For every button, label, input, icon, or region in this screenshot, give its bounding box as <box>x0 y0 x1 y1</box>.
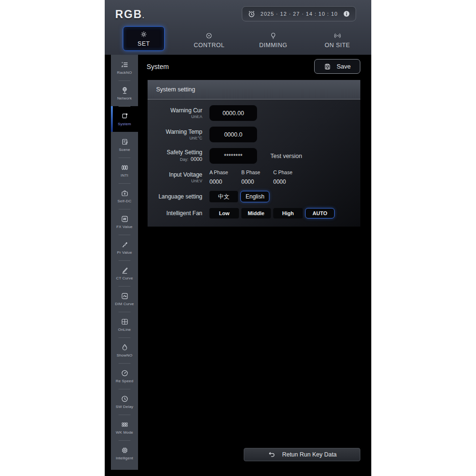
return-arrow-icon <box>268 451 276 459</box>
sidebar-item-prvalue[interactable]: Pr Value <box>111 235 138 260</box>
sidebar-item-rackno[interactable]: RackNO <box>111 55 138 80</box>
main-content: System Save System setting Warning Cur U… <box>138 55 371 476</box>
fan-low-button[interactable]: Low <box>209 208 239 218</box>
sidebar-item-label: Intelligent <box>116 456 133 460</box>
panel-title: System setting <box>148 80 360 99</box>
phase-a-value: 0000 <box>209 178 241 185</box>
sidebar-item-label: SW Delay <box>116 405 133 409</box>
language-english-button[interactable]: English <box>240 191 269 202</box>
scene-document-icon <box>120 138 129 146</box>
sidebar-item-label: RackNO <box>117 70 132 75</box>
fan-row: Intelligent Fan Low Middle High AUTO <box>148 208 360 218</box>
phase-b-value: 0000 <box>241 178 273 185</box>
sidebar-item-label: System <box>118 122 131 126</box>
prvalue-steps-icon <box>120 240 129 249</box>
panel-body: Warning Cur Unit:A Warning Temp Unit:°C <box>148 99 360 227</box>
sidebar-item-respeed[interactable]: Re Speed <box>111 363 138 389</box>
online-grid-icon <box>120 317 129 326</box>
warning-cur-row: Warning Cur Unit:A <box>148 105 360 121</box>
fan-high-button[interactable]: High <box>273 208 303 218</box>
showno-flame-icon <box>120 343 129 352</box>
selfdc-case-icon <box>120 189 129 198</box>
ctcurve-pen-icon <box>120 266 129 275</box>
sidebar-item-fxvalue[interactable]: FX Value <box>111 209 138 235</box>
sidebar-item-label: Pr Value <box>117 250 132 255</box>
sidebar-nav: RackNO Network System Scene <box>111 55 138 470</box>
network-globe-icon <box>120 86 129 95</box>
warning-cur-input[interactable] <box>209 105 257 121</box>
top-header: RGB. 2025 · 12 · 27 · 14 : 10 : 10 <box>105 0 371 55</box>
datetime-text: 2025 · 12 · 27 · 14 : 10 : 10 <box>256 11 343 17</box>
sidebar-item-showno[interactable]: ShowNO <box>111 337 138 363</box>
tab-onsite[interactable]: ON SITE <box>305 26 369 54</box>
sidebar-item-label: Network <box>117 96 132 100</box>
sidebar-item-label: ShowNO <box>117 353 132 357</box>
warning-cur-label: Warning Cur Unit:A <box>148 107 209 119</box>
phase-c: C Phase 0000 <box>273 169 305 185</box>
save-button-label: Save <box>337 63 351 70</box>
safety-setting-label: Safety Setting Day:0000 <box>148 149 209 163</box>
tab-label: DIMMING <box>259 42 287 49</box>
app-window: RGB. 2025 · 12 · 27 · 14 : 10 : 10 <box>105 0 371 476</box>
tab-label: CONTROL <box>194 42 225 49</box>
app-body: RackNO Network System Scene <box>105 55 371 476</box>
tab-control[interactable]: CONTROL <box>177 26 241 54</box>
swdelay-clock-icon <box>120 395 129 403</box>
language-chinese-button[interactable]: 中文 <box>209 191 238 202</box>
rgb-logo: RGB. <box>115 8 145 21</box>
gear-icon <box>140 30 148 38</box>
input-voltage-row: Input Voltage Unit:V A Phase 0000 B Phas… <box>148 169 360 185</box>
warning-temp-row: Warning Temp Unit:°C <box>148 127 360 142</box>
sidebar-item-intelligent[interactable]: Intelligent <box>111 440 138 466</box>
language-row: Language setting 中文 English <box>148 191 360 202</box>
sidebar-item-label: WK Mode <box>116 430 133 435</box>
sidebar-item-network[interactable]: Network <box>111 80 138 106</box>
safety-setting-input[interactable] <box>209 148 257 164</box>
sidebar-item-label: INTI <box>121 173 129 178</box>
return-button-label: Retun Run Key Data <box>282 451 337 458</box>
safety-setting-row: Safety Setting Day:0000 Test version <box>148 148 360 164</box>
sidebar-item-label: FX Value <box>117 225 133 229</box>
warning-temp-label: Warning Temp Unit:°C <box>148 129 209 141</box>
system-window-icon <box>120 112 129 120</box>
sidebar-item-scene[interactable]: Scene <box>111 132 138 158</box>
sidebar-item-wkmode[interactable]: WK Mode <box>111 415 138 440</box>
tab-dimming[interactable]: DIMMING <box>241 26 306 54</box>
sidebar-item-label: OnLine <box>118 327 131 332</box>
language-label: Language setting <box>148 193 209 200</box>
system-setting-panel: System setting Warning Cur Unit:A Warnin <box>148 80 360 227</box>
sidebar-item-ctcurve[interactable]: CT Curve <box>111 260 138 286</box>
phase-c-value: 0000 <box>273 178 305 185</box>
tab-label: SET <box>138 40 150 47</box>
test-version-text: Test version <box>270 153 302 159</box>
return-run-key-data-button[interactable]: Retun Run Key Data <box>244 448 360 461</box>
inti-cylinders-icon <box>120 163 129 172</box>
dimcurve-image-icon <box>120 292 129 300</box>
sidebar-item-online[interactable]: OnLine <box>111 312 138 337</box>
tab-label: ON SITE <box>325 42 350 49</box>
signal-icon <box>333 32 342 40</box>
sidebar-item-label: Self-DC <box>118 199 131 203</box>
bulb-icon <box>269 32 277 40</box>
clock-panel[interactable]: 2025 · 12 · 27 · 14 : 10 : 10 <box>242 6 356 21</box>
phase-b: B Phase 0000 <box>241 169 273 185</box>
sidebar-item-system[interactable]: System <box>111 106 138 132</box>
sidebar-item-selfdc[interactable]: Self-DC <box>111 183 138 209</box>
fan-middle-button[interactable]: Middle <box>241 208 271 218</box>
save-button[interactable]: Save <box>314 59 360 74</box>
fan-auto-button[interactable]: AUTO <box>305 208 335 218</box>
sidebar-item-swdelay[interactable]: SW Delay <box>111 389 138 415</box>
save-floppy-icon <box>324 63 331 70</box>
warning-temp-input[interactable] <box>209 127 257 142</box>
sidebar-item-label: CT Curve <box>116 276 133 280</box>
sidebar-item-dimcurve[interactable]: DIM Curve <box>111 286 138 312</box>
sidebar-item-inti[interactable]: INTI <box>111 158 138 183</box>
sidebar-item-label: Scene <box>119 148 130 152</box>
safety-day-value: 0000 <box>191 156 202 162</box>
controller-icon <box>205 32 213 40</box>
intelligent-chip-icon <box>120 446 129 455</box>
sidebar-item-label: Re Speed <box>116 379 133 383</box>
tab-set[interactable]: SET <box>123 26 165 51</box>
fan-label: Intelligent Fan <box>148 210 209 217</box>
info-icon[interactable] <box>343 10 350 18</box>
